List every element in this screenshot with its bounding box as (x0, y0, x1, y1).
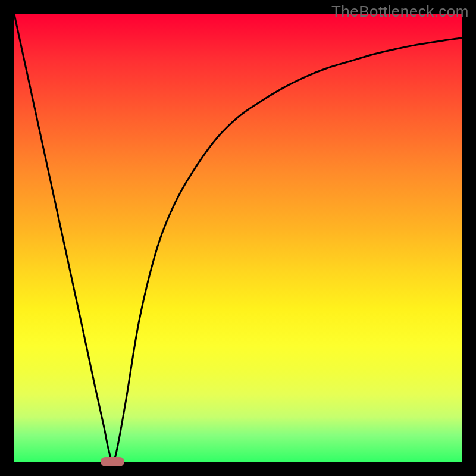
bottleneck-curve (14, 14, 462, 462)
watermark-text: TheBottleneck.com (331, 2, 469, 21)
optimal-marker (101, 457, 124, 466)
plot-area (14, 14, 462, 462)
chart-frame: TheBottleneck.com (0, 0, 476, 476)
curve-svg (14, 14, 462, 462)
